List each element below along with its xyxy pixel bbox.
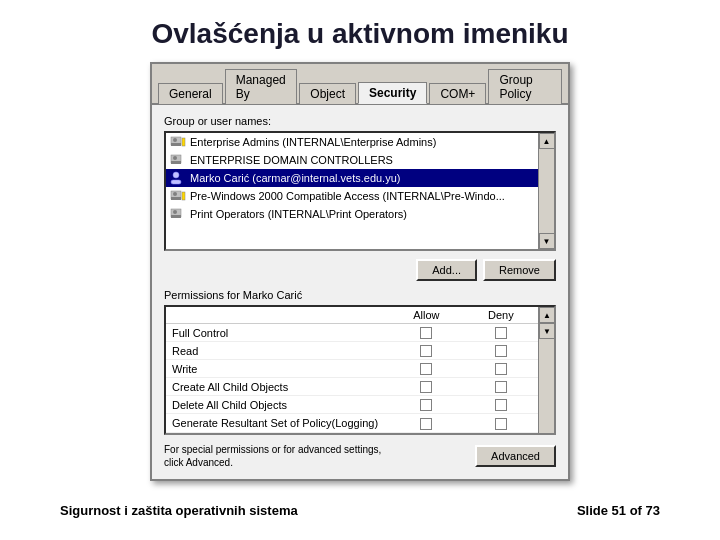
tab-com[interactable]: COM+	[429, 83, 486, 104]
bottom-bar: Sigurnost i zaštita operativnih sistema …	[0, 491, 720, 518]
svg-rect-15	[171, 215, 181, 218]
svg-rect-11	[171, 197, 181, 200]
table-row: Create All Child Objects	[166, 378, 538, 396]
table-row: Delete All Child Objects	[166, 396, 538, 414]
user-list-container: Enterprise Admins (INTERNAL\Enterprise A…	[164, 131, 556, 251]
table-row: Write	[166, 360, 538, 378]
dialog-content: Group or user names: Enterprise Admins (…	[152, 105, 568, 479]
svg-rect-3	[182, 138, 185, 146]
allow-checkbox[interactable]	[420, 363, 432, 375]
deny-checkbox[interactable]	[495, 418, 507, 430]
user-icon	[170, 171, 186, 185]
svg-rect-2	[171, 143, 181, 146]
list-item[interactable]: Pre-Windows 2000 Compatible Access (INTE…	[166, 187, 538, 205]
svg-point-5	[173, 156, 177, 160]
user-list[interactable]: Enterprise Admins (INTERNAL\Enterprise A…	[166, 133, 538, 249]
table-row: Read	[166, 342, 538, 360]
permissions-table-container: Allow Deny Full Control Read	[164, 305, 556, 435]
perm-scroll-down[interactable]: ▼	[539, 323, 555, 339]
course-label: Sigurnost i zaštita operativnih sistema	[60, 503, 298, 518]
advanced-button[interactable]: Advanced	[475, 445, 556, 467]
allow-checkbox[interactable]	[420, 418, 432, 430]
dialog-box: General Managed By Object Security COM+ …	[150, 62, 570, 481]
user-group-icon3	[170, 207, 186, 221]
tab-security[interactable]: Security	[358, 82, 427, 104]
deny-header: Deny	[464, 307, 538, 324]
deny-checkbox[interactable]	[495, 399, 507, 411]
dialog-container: General Managed By Object Security COM+ …	[0, 62, 720, 481]
tab-managed-by[interactable]: Managed By	[225, 69, 298, 104]
allow-header: Allow	[389, 307, 463, 324]
tabs-row: General Managed By Object Security COM+ …	[152, 64, 568, 105]
add-remove-buttons: Add... Remove	[164, 259, 556, 281]
remove-button[interactable]: Remove	[483, 259, 556, 281]
deny-checkbox[interactable]	[495, 345, 507, 357]
scroll-thumb[interactable]	[540, 150, 554, 232]
scroll-up-arrow[interactable]: ▲	[539, 133, 555, 149]
table-row: Generate Resultant Set of Policy(Logging…	[166, 414, 538, 432]
add-button[interactable]: Add...	[416, 259, 477, 281]
svg-point-7	[173, 172, 179, 178]
group-label: Group or user names:	[164, 115, 556, 127]
svg-point-1	[173, 138, 177, 142]
perm-scroll-up[interactable]: ▲	[539, 307, 555, 323]
list-item-selected[interactable]: Marko Carić (carmar@internal.vets.edu.yu…	[166, 169, 538, 187]
svg-point-14	[173, 210, 177, 214]
allow-checkbox[interactable]	[420, 327, 432, 339]
tab-group-policy[interactable]: Group Policy	[488, 69, 562, 104]
allow-checkbox[interactable]	[420, 399, 432, 411]
page-title: Ovlašćenja u aktivnom imeniku	[0, 0, 720, 62]
tab-general[interactable]: General	[158, 83, 223, 104]
list-item[interactable]: Print Operators (INTERNAL\Print Operator…	[166, 205, 538, 223]
user-group-icon	[170, 135, 186, 149]
permissions-table: Allow Deny Full Control Read	[166, 307, 538, 433]
tab-object[interactable]: Object	[299, 83, 356, 104]
permissions-label: Permissions for Marko Carić	[164, 289, 556, 301]
domain-icon	[170, 153, 186, 167]
scroll-down-arrow[interactable]: ▼	[539, 233, 555, 249]
deny-checkbox[interactable]	[495, 363, 507, 375]
svg-point-10	[173, 192, 177, 196]
permissions-scrollbar[interactable]: ▲ ▼	[538, 307, 554, 433]
deny-checkbox[interactable]	[495, 327, 507, 339]
allow-checkbox[interactable]	[420, 345, 432, 357]
footer-text: For special permissions or for advanced …	[164, 443, 467, 469]
user-list-scrollbar[interactable]: ▲ ▼	[538, 133, 554, 249]
user-group-icon2	[170, 189, 186, 203]
perm-name-header	[166, 307, 389, 324]
svg-rect-8	[171, 180, 181, 184]
table-row: Full Control	[166, 324, 538, 342]
list-item[interactable]: ENTERPRISE DOMAIN CONTROLLERS	[166, 151, 538, 169]
svg-rect-12	[182, 192, 185, 200]
svg-rect-6	[171, 161, 181, 164]
slide-info: Slide 51 of 73	[577, 503, 660, 518]
deny-checkbox[interactable]	[495, 381, 507, 393]
footer-row: For special permissions or for advanced …	[164, 443, 556, 469]
list-item[interactable]: Enterprise Admins (INTERNAL\Enterprise A…	[166, 133, 538, 151]
allow-checkbox[interactable]	[420, 381, 432, 393]
